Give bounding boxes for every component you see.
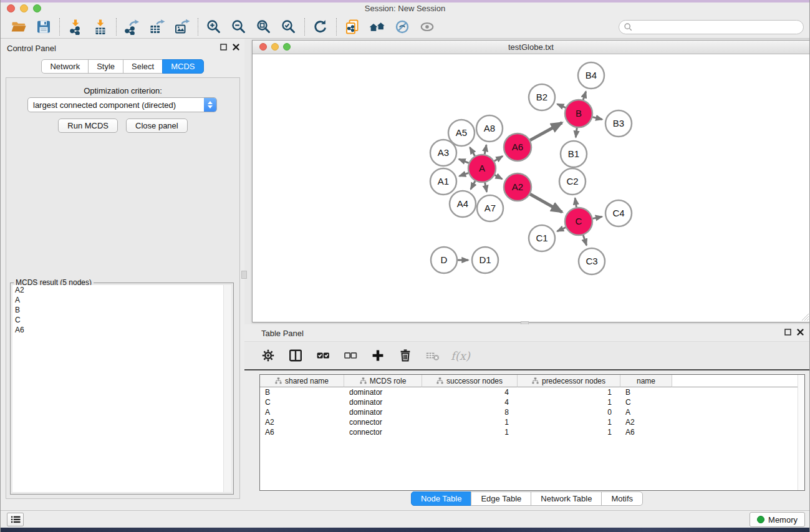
- tab-edge-table[interactable]: Edge Table: [471, 491, 531, 506]
- result-list-item[interactable]: A6: [12, 325, 231, 335]
- select-all-columns-button[interactable]: [312, 345, 334, 366]
- float-panel-icon[interactable]: [220, 44, 227, 51]
- function-builder-button[interactable]: f(x): [451, 349, 470, 362]
- mcds-result-list[interactable]: A2ABCA6: [12, 285, 231, 492]
- titlebar[interactable]: Session: New Session: [1, 2, 809, 16]
- export-image-button[interactable]: [170, 17, 195, 37]
- result-list-item[interactable]: C: [12, 315, 231, 325]
- graph-edge-A-A8[interactable]: [485, 145, 486, 154]
- network-graph[interactable]: AA1A2A3A4A5A6A7A8BB1B2B3B4CC1C2C3C4DD1: [253, 54, 809, 321]
- graphics-details-button[interactable]: [390, 17, 415, 37]
- table-cell: connector: [344, 427, 422, 437]
- column-header-name[interactable]: name: [620, 375, 672, 387]
- result-list-item[interactable]: A2: [12, 285, 231, 295]
- graph-edge-A-A5[interactable]: [470, 147, 475, 156]
- network-zoom-button[interactable]: [283, 43, 291, 51]
- zoom-window-button[interactable]: [33, 4, 41, 12]
- graph-edge-A-A2[interactable]: [494, 175, 502, 179]
- graph-edge-A-A7[interactable]: [485, 183, 487, 192]
- import-table-button[interactable]: [88, 17, 113, 37]
- graph-edge-B-B3[interactable]: [592, 117, 602, 120]
- tab-network-table[interactable]: Network Table: [531, 491, 602, 506]
- split-view-button[interactable]: [285, 345, 306, 366]
- tab-style[interactable]: Style: [88, 59, 123, 74]
- table-row[interactable]: Adominator80A: [260, 407, 804, 417]
- tab-network[interactable]: Network: [41, 59, 89, 74]
- table-row[interactable]: A6connector11A6: [260, 427, 804, 437]
- network-view-window[interactable]: testGlobe.txt AA1A2A3A4A5A6A7A8BB1B2B3B4…: [252, 40, 810, 322]
- tab-select[interactable]: Select: [123, 59, 163, 74]
- import-network-button[interactable]: [63, 17, 88, 37]
- refresh-button[interactable]: [308, 17, 333, 37]
- criterion-dropdown[interactable]: largest connected component (directed): [27, 97, 217, 112]
- delete-table-button[interactable]: [422, 345, 443, 366]
- network-close-button[interactable]: [259, 43, 267, 51]
- tab-node-table[interactable]: Node Table: [411, 491, 472, 506]
- tab-motifs[interactable]: Motifs: [601, 491, 643, 506]
- clone-network-button[interactable]: [340, 17, 365, 37]
- table-panel-title: Table Panel: [261, 329, 304, 338]
- birdseye-view-button[interactable]: [365, 17, 390, 37]
- zoom-selected-button[interactable]: [276, 17, 301, 37]
- result-list-item[interactable]: A: [12, 295, 231, 305]
- column-header-shared-name[interactable]: shared name: [260, 375, 344, 387]
- eye-icon: [419, 19, 435, 35]
- unselect-all-columns-button[interactable]: [340, 345, 361, 366]
- graph-edge-A-A6[interactable]: [494, 156, 503, 161]
- column-header-predecessor-nodes[interactable]: predecessor nodes: [518, 375, 620, 387]
- optimization-criterion-label: Optimization criterion:: [6, 86, 239, 95]
- import-network-icon: [67, 19, 84, 35]
- graph-edge-A6-B[interactable]: [530, 123, 562, 140]
- search-input[interactable]: [633, 21, 803, 34]
- result-list-item[interactable]: B: [12, 305, 231, 315]
- graph-edge-A-A3[interactable]: [459, 159, 469, 163]
- zoom-out-button[interactable]: [226, 17, 251, 37]
- graph-edge-A-A4[interactable]: [471, 181, 475, 189]
- graph-edge-C-C3[interactable]: [583, 235, 586, 246]
- splitter-handle[interactable]: [241, 271, 247, 279]
- graph-edge-A2-C[interactable]: [530, 194, 562, 212]
- graph-edge-B-B4[interactable]: [583, 92, 586, 100]
- result-scrollbar[interactable]: [223, 285, 231, 492]
- run-mcds-button[interactable]: Run MCDS: [58, 118, 118, 133]
- graph-edge-C-C4[interactable]: [593, 216, 602, 218]
- column-header-successor-nodes[interactable]: successor nodes: [422, 375, 518, 387]
- graph-edge-A-A1[interactable]: [460, 173, 469, 176]
- memory-button[interactable]: Memory: [750, 512, 805, 527]
- table-scrollbar[interactable]: [798, 375, 804, 490]
- export-network-button[interactable]: [120, 17, 145, 37]
- graph-node-label: A5: [456, 127, 467, 138]
- task-history-button[interactable]: [7, 513, 24, 526]
- zoom-in-button[interactable]: [201, 17, 226, 37]
- zoom-fit-button[interactable]: [251, 17, 276, 37]
- column-header-MCDS-role[interactable]: MCDS role: [344, 375, 422, 387]
- graph-edge-B-B2[interactable]: [557, 104, 566, 108]
- eye-button[interactable]: [415, 17, 440, 37]
- save-session-button[interactable]: [31, 17, 56, 37]
- float-panel-icon[interactable]: [784, 329, 791, 336]
- checked-boxes-icon: [316, 348, 330, 363]
- close-panel-icon[interactable]: [797, 329, 804, 336]
- node-table[interactable]: shared nameMCDS rolesuccessor nodesprede…: [259, 374, 805, 491]
- table-settings-button[interactable]: [258, 345, 279, 366]
- graph-edge-B-B1[interactable]: [576, 128, 577, 138]
- network-canvas[interactable]: AA1A2A3A4A5A6A7A8BB1B2B3B4CC1C2C3C4DD1: [253, 54, 809, 321]
- open-session-button[interactable]: [6, 17, 31, 37]
- table-row[interactable]: Cdominator41C: [260, 397, 804, 407]
- close-panel-icon[interactable]: [233, 44, 239, 51]
- graph-edge-C-C2[interactable]: [575, 198, 576, 208]
- close-panel-button[interactable]: Close panel: [126, 118, 188, 133]
- minimize-window-button[interactable]: [20, 4, 28, 12]
- add-column-button[interactable]: [367, 345, 388, 366]
- resize-grip-icon[interactable]: [800, 312, 809, 321]
- search-field[interactable]: [619, 20, 804, 34]
- table-row[interactable]: A2connector11A2: [260, 417, 804, 427]
- network-minimize-button[interactable]: [271, 43, 279, 51]
- close-window-button[interactable]: [7, 4, 15, 12]
- delete-column-button[interactable]: [395, 345, 416, 366]
- export-table-button[interactable]: [145, 17, 170, 37]
- table-row[interactable]: Bdominator41B: [260, 387, 804, 397]
- graph-edge-C-C1[interactable]: [557, 228, 566, 231]
- tab-mcds[interactable]: MCDS: [162, 59, 203, 74]
- network-window-titlebar[interactable]: testGlobe.txt: [253, 41, 809, 54]
